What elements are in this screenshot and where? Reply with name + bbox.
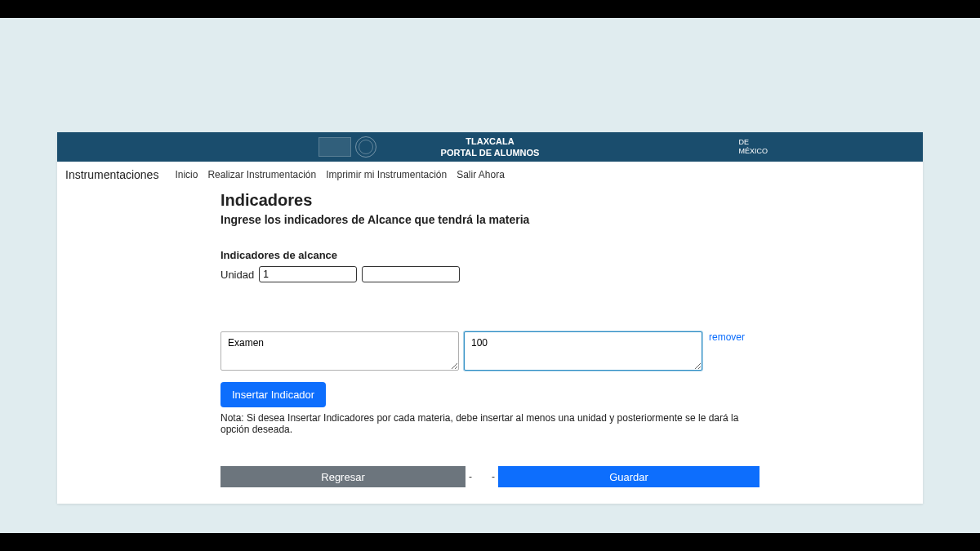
nav-bar: Instrumentaciones Inicio Realizar Instru… (57, 162, 923, 188)
back-button[interactable]: Regresar (220, 466, 466, 487)
nav-inicio[interactable]: Inicio (175, 169, 198, 180)
unidad-input[interactable] (259, 266, 357, 282)
page-title: Indicadores (220, 191, 760, 210)
gov-logo (318, 137, 351, 157)
header-country: DE MÉXICO (738, 138, 768, 156)
unidad-row: Unidad (220, 266, 760, 282)
footer-buttons: Regresar - - Guardar (220, 466, 760, 487)
indicadores-label: Indicadores de alcance (220, 249, 760, 261)
letterbox-bottom (0, 533, 980, 551)
nav-section-label: Instrumentaciones (65, 168, 158, 181)
unidad-extra-input[interactable] (362, 266, 460, 282)
insert-indicator-button[interactable]: Insertar Indicador (220, 382, 326, 407)
letterbox-top (0, 0, 980, 18)
header-title-line1: TLAXCALA (441, 136, 540, 147)
note-text: Nota: Si desea Insertar Indicadores por … (220, 412, 760, 435)
nav-imprimir-instrumentacion[interactable]: Imprimir mi Instrumentación (326, 169, 447, 180)
nav-realizar-instrumentacion[interactable]: Realizar Instrumentación (207, 169, 316, 180)
indicator-row: remover (220, 331, 760, 371)
indicator-value-input[interactable] (464, 331, 702, 371)
seal-icon (355, 136, 376, 158)
save-button[interactable]: Guardar (498, 466, 760, 487)
header-logos (318, 136, 376, 158)
unidad-label: Unidad (220, 269, 254, 281)
content-area: Indicadores Ingrese los indicadores de A… (57, 191, 923, 504)
header-title: TLAXCALA PORTAL DE ALUMNOS (441, 136, 540, 159)
remove-indicator-link[interactable]: remover (709, 331, 745, 343)
header-right-line2: MÉXICO (738, 147, 768, 156)
spacer-left: - (466, 471, 482, 482)
header-title-line2: PORTAL DE ALUMNOS (441, 147, 540, 158)
page-subtitle: Ingrese los indicadores de Alcance que t… (220, 213, 760, 226)
header-bar: TLAXCALA PORTAL DE ALUMNOS DE MÉXICO (57, 132, 923, 162)
indicator-name-input[interactable] (220, 331, 459, 371)
spacer-right: - (482, 471, 498, 482)
app-window: TLAXCALA PORTAL DE ALUMNOS DE MÉXICO Ins… (57, 132, 923, 504)
nav-salir[interactable]: Salir Ahora (457, 169, 505, 180)
header-right-line1: DE (738, 138, 768, 147)
